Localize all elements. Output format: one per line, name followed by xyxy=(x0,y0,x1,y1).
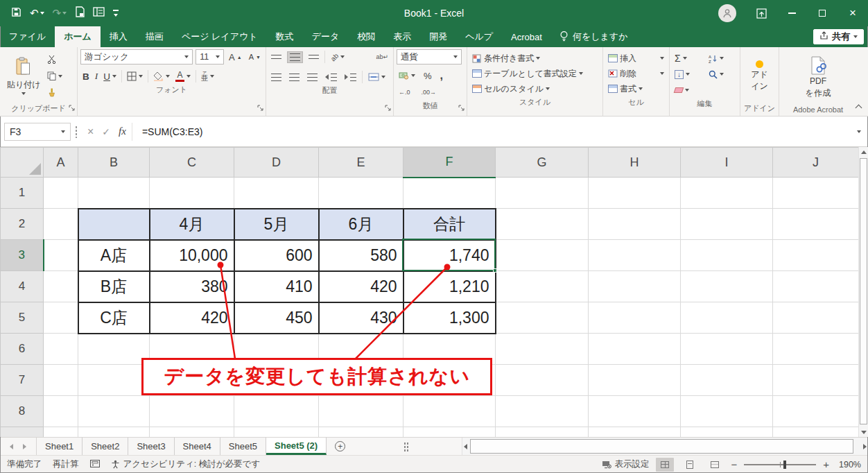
delete-cells-button[interactable]: 削除 xyxy=(606,66,666,81)
formula-input[interactable]: =SUM(C3:E3) xyxy=(137,126,853,137)
row-header-7[interactable]: 7 xyxy=(1,365,44,396)
cell-C4[interactable]: 380 xyxy=(150,271,234,302)
cell[interactable] xyxy=(589,302,681,334)
page-break-view-button[interactable] xyxy=(706,458,724,472)
font-dialog-launcher[interactable] xyxy=(257,103,263,113)
font-size-select[interactable]: 11 xyxy=(196,49,224,64)
cell[interactable] xyxy=(681,334,773,365)
col-header-A[interactable]: A xyxy=(44,148,78,178)
row-header-2[interactable]: 2 xyxy=(1,209,44,240)
vertical-scroll-thumb[interactable] xyxy=(860,158,867,424)
align-bottom-button[interactable] xyxy=(306,49,321,64)
sheet-tab-sheet4[interactable]: Sheet4 xyxy=(175,438,220,455)
cell[interactable] xyxy=(773,302,859,334)
redo-button[interactable]: ↷ xyxy=(53,8,67,19)
cell[interactable] xyxy=(403,396,496,427)
next-sheet-icon[interactable] xyxy=(23,444,26,449)
paste-button[interactable]: 貼り付け xyxy=(3,49,45,103)
formula-bar-resize-handle[interactable] xyxy=(75,126,78,138)
display-settings-button[interactable]: 表示設定 xyxy=(602,458,649,470)
cell[interactable] xyxy=(589,365,681,396)
cell-E2[interactable]: 6月 xyxy=(319,209,403,240)
cell[interactable] xyxy=(44,427,78,438)
decrease-indent-button[interactable] xyxy=(323,69,339,85)
scroll-down-icon[interactable] xyxy=(859,427,868,437)
cell[interactable] xyxy=(773,209,859,240)
save-icon[interactable] xyxy=(11,7,21,20)
cell-B5[interactable]: C店 xyxy=(78,302,150,334)
maximize-button[interactable] xyxy=(807,0,837,26)
zoom-level[interactable]: 190% xyxy=(836,460,861,470)
format-cells-button[interactable]: 書式 xyxy=(606,81,666,96)
col-header-E[interactable]: E xyxy=(319,148,403,178)
cell-F2[interactable]: 合計 xyxy=(403,209,496,240)
accounting-format-button[interactable] xyxy=(397,68,417,83)
cell[interactable] xyxy=(681,271,773,302)
prev-sheet-icon[interactable] xyxy=(10,444,13,449)
insert-cells-button[interactable]: 挿入 xyxy=(606,51,666,66)
sort-filter-button[interactable]: AZ xyxy=(706,51,738,66)
clear-button[interactable] xyxy=(672,83,704,98)
tab-home[interactable]: ホーム xyxy=(55,26,101,47)
cell-C2[interactable]: 4月 xyxy=(150,209,234,240)
cell-F4[interactable]: 1,210 xyxy=(403,271,496,302)
cell[interactable] xyxy=(78,178,150,209)
format-painter-button[interactable] xyxy=(45,85,64,101)
zoom-slider[interactable] xyxy=(744,464,816,465)
row-header-1[interactable]: 1 xyxy=(1,178,44,209)
font-name-select[interactable]: 游ゴシック xyxy=(80,49,193,64)
cell[interactable] xyxy=(319,427,403,438)
row-header-5[interactable]: 5 xyxy=(1,302,44,334)
row-header-9[interactable] xyxy=(1,427,44,438)
minimize-button[interactable] xyxy=(776,0,807,26)
account-avatar[interactable] xyxy=(718,4,736,22)
col-header-H[interactable]: H xyxy=(589,148,681,178)
zoom-in-button[interactable]: + xyxy=(823,459,829,470)
new-sheet-button[interactable]: + xyxy=(327,438,354,455)
cell[interactable] xyxy=(589,271,681,302)
clipboard-dialog-launcher[interactable] xyxy=(69,103,75,113)
col-header-C[interactable]: C xyxy=(150,148,234,178)
cell[interactable] xyxy=(496,271,589,302)
align-middle-button[interactable] xyxy=(287,51,303,63)
cell[interactable] xyxy=(234,396,319,427)
cell[interactable] xyxy=(681,396,773,427)
sheet-tab-sheet5-2-active[interactable]: Sheet5 (2) xyxy=(266,438,327,455)
recalculate-status[interactable]: 再計算 xyxy=(53,458,79,470)
cell[interactable] xyxy=(403,427,496,438)
sheet-tab-sheet1[interactable]: Sheet1 xyxy=(37,438,83,455)
cell[interactable] xyxy=(773,396,859,427)
tab-acrobat[interactable]: Acrobat xyxy=(502,26,551,47)
align-center-button[interactable] xyxy=(287,69,302,85)
col-header-G[interactable]: G xyxy=(496,148,589,178)
name-box[interactable]: F3 xyxy=(4,123,71,141)
col-header-I[interactable]: I xyxy=(681,148,773,178)
macro-record-icon[interactable] xyxy=(90,460,100,470)
cell-D4[interactable]: 410 xyxy=(234,271,319,302)
cell-E5[interactable]: 430 xyxy=(319,302,403,334)
page-layout-view-button[interactable] xyxy=(681,458,699,472)
cell[interactable] xyxy=(78,396,150,427)
cell[interactable] xyxy=(589,178,681,209)
tab-review[interactable]: 校閲 xyxy=(348,26,384,47)
cell-styles-button[interactable]: セルのスタイル xyxy=(470,81,600,96)
row-header-6[interactable]: 6 xyxy=(1,334,44,365)
number-dialog-launcher[interactable] xyxy=(458,103,465,113)
comma-style-button[interactable]: , xyxy=(438,68,445,83)
cell[interactable] xyxy=(234,178,319,209)
increase-indent-button[interactable] xyxy=(342,69,358,85)
borders-button[interactable] xyxy=(125,69,145,84)
cell[interactable] xyxy=(589,240,681,271)
cell[interactable] xyxy=(319,178,403,209)
scroll-left-icon[interactable] xyxy=(464,444,467,449)
number-format-select[interactable]: 通貨 xyxy=(397,49,462,64)
cell[interactable] xyxy=(44,365,78,396)
col-header-B[interactable]: B xyxy=(78,148,150,178)
cell[interactable] xyxy=(44,240,78,271)
row-header-3[interactable]: 3 xyxy=(1,240,44,271)
cell[interactable] xyxy=(78,427,150,438)
create-pdf-button[interactable]: PDF を作成 xyxy=(782,49,854,105)
cell[interactable] xyxy=(496,302,589,334)
orientation-button[interactable]: ab xyxy=(329,49,347,64)
cell-B3[interactable]: A店 xyxy=(78,240,150,271)
